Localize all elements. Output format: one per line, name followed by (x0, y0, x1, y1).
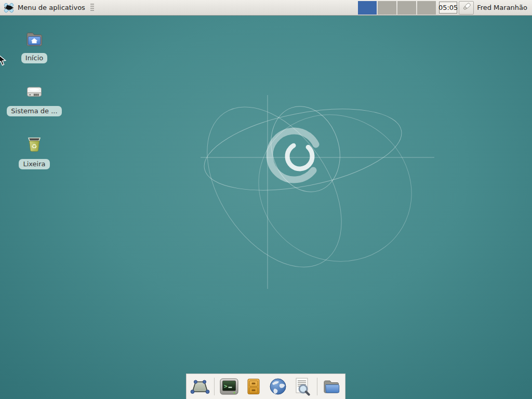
home-folder-icon (25, 30, 44, 50)
debian-swirl (260, 121, 328, 190)
web-browser-launcher[interactable] (268, 377, 288, 396)
workspace-3[interactable] (397, 1, 416, 15)
top-panel: Menu de aplicativos 05:05 Fred Maranhão (0, 0, 532, 16)
workspace-2[interactable] (378, 1, 396, 15)
applications-menu-button[interactable]: Menu de aplicativos (0, 0, 89, 15)
logged-in-username[interactable]: Fred Maranhão (477, 4, 527, 11)
desktop-icon-label: Lixeira (19, 159, 49, 169)
desktop-icon-label: Sistema de ... (7, 106, 61, 116)
bottom-dock: > (186, 374, 345, 399)
desktop-icon-home[interactable]: Início (3, 30, 65, 63)
logout-pen-icon (461, 1, 472, 14)
trash-bin-icon: ♻ (24, 135, 44, 156)
show-desktop-icon (190, 378, 210, 395)
file-cabinet-icon (244, 378, 263, 395)
xfce-mouse-logo-icon (3, 2, 15, 14)
panel-drag-handle[interactable] (90, 4, 95, 11)
directory-menu-launcher[interactable] (322, 377, 342, 396)
folder-icon (322, 378, 341, 395)
show-desktop-button[interactable] (190, 377, 210, 396)
globe-icon (268, 378, 288, 395)
workspace-switcher (357, 1, 436, 15)
workspace-4[interactable] (417, 1, 436, 15)
applications-menu-label: Menu de aplicativos (18, 4, 85, 11)
svg-text:♻: ♻ (31, 142, 37, 150)
desktop-icon-label: Início (21, 53, 47, 63)
document-search-icon (292, 377, 312, 396)
panel-clock: 05:05 (439, 2, 457, 14)
terminal-icon: > (219, 378, 239, 395)
user-actions-button[interactable] (459, 1, 474, 15)
application-finder-launcher[interactable] (292, 377, 313, 396)
svg-text:>: > (224, 383, 228, 390)
file-manager-launcher[interactable] (243, 377, 263, 396)
filesystem-drive-icon (25, 83, 44, 103)
dock-separator (317, 378, 317, 395)
workspace-1[interactable] (358, 1, 377, 15)
desktop: Início Sistema de ... ♻ (0, 16, 532, 399)
terminal-launcher[interactable]: > (219, 377, 239, 396)
dock-separator (214, 378, 215, 395)
desktop-icon-filesystem[interactable]: Sistema de ... (3, 83, 65, 116)
debian-lines-wallpaper (0, 16, 532, 399)
desktop-icon-trash[interactable]: ♻ Lixeira (3, 135, 65, 169)
